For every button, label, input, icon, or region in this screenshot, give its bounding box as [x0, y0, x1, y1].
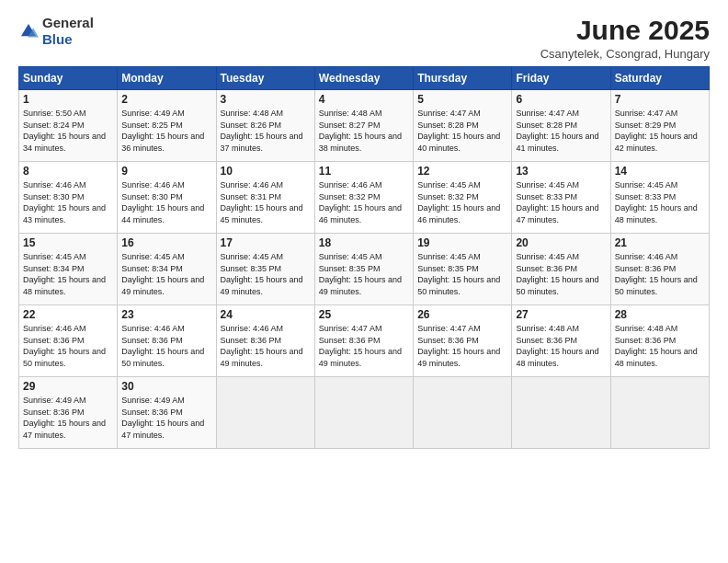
day-info: Sunrise: 4:45 AMSunset: 8:34 PMDaylight:… [121, 251, 211, 297]
day-number: 6 [516, 93, 606, 106]
day-number: 4 [319, 93, 409, 106]
calendar-cell: 11Sunrise: 4:46 AMSunset: 8:32 PMDayligh… [314, 162, 413, 234]
day-number: 8 [23, 165, 113, 178]
logo: General Blue [18, 15, 94, 48]
calendar-cell [314, 377, 413, 449]
logo-blue: Blue [42, 31, 73, 47]
calendar-cell: 30Sunrise: 4:49 AMSunset: 8:36 PMDayligh… [118, 377, 216, 449]
day-number: 25 [319, 308, 409, 321]
day-number: 19 [417, 236, 507, 249]
calendar-header: SundayMondayTuesdayWednesdayThursdayFrid… [19, 67, 710, 90]
calendar-cell: 28Sunrise: 4:48 AMSunset: 8:36 PMDayligh… [610, 305, 709, 377]
day-number: 30 [121, 380, 211, 393]
calendar-cell: 3Sunrise: 4:48 AMSunset: 8:26 PMDaylight… [216, 90, 314, 162]
day-info: Sunrise: 4:45 AMSunset: 8:33 PMDaylight:… [516, 179, 606, 225]
day-number: 2 [121, 93, 211, 106]
day-number: 13 [516, 165, 606, 178]
header-monday: Monday [118, 67, 216, 90]
calendar-cell: 9Sunrise: 4:46 AMSunset: 8:30 PMDaylight… [118, 162, 216, 234]
day-info: Sunrise: 4:46 AMSunset: 8:31 PMDaylight:… [221, 179, 311, 225]
day-info: Sunrise: 4:45 AMSunset: 8:33 PMDaylight:… [615, 179, 705, 225]
header-sunday: Sunday [19, 67, 118, 90]
day-number: 7 [615, 93, 705, 106]
day-number: 10 [221, 165, 311, 178]
day-number: 15 [23, 236, 113, 249]
calendar-cell: 8Sunrise: 4:46 AMSunset: 8:30 PMDaylight… [19, 162, 118, 234]
day-number: 29 [23, 380, 113, 393]
calendar-cell [610, 377, 709, 449]
calendar-cell: 26Sunrise: 4:47 AMSunset: 8:36 PMDayligh… [414, 305, 512, 377]
day-info: Sunrise: 4:45 AMSunset: 8:35 PMDaylight:… [417, 251, 507, 297]
calendar-cell: 19Sunrise: 4:45 AMSunset: 8:35 PMDayligh… [414, 234, 512, 305]
header-wednesday: Wednesday [314, 67, 413, 90]
calendar-cell: 17Sunrise: 4:45 AMSunset: 8:35 PMDayligh… [216, 234, 314, 305]
day-info: Sunrise: 4:47 AMSunset: 8:29 PMDaylight:… [615, 108, 705, 154]
calendar-cell: 1Sunrise: 5:50 AMSunset: 8:24 PMDaylight… [19, 90, 118, 162]
day-number: 18 [319, 236, 409, 249]
logo-general: General [42, 15, 94, 30]
day-number: 26 [417, 308, 507, 321]
calendar-cell: 20Sunrise: 4:45 AMSunset: 8:36 PMDayligh… [512, 234, 610, 305]
header-tuesday: Tuesday [216, 67, 314, 90]
header-row: General Blue June 2025 Csanytelek, Csong… [18, 15, 710, 61]
day-number: 21 [615, 236, 705, 249]
week-row-3: 22Sunrise: 4:46 AMSunset: 8:36 PMDayligh… [19, 305, 710, 377]
subtitle: Csanytelek, Csongrad, Hungary [540, 47, 710, 61]
day-number: 5 [417, 93, 507, 106]
day-number: 20 [516, 236, 606, 249]
day-info: Sunrise: 4:49 AMSunset: 8:36 PMDaylight:… [23, 395, 113, 441]
calendar-cell: 5Sunrise: 4:47 AMSunset: 8:28 PMDaylight… [414, 90, 512, 162]
day-info: Sunrise: 4:45 AMSunset: 8:36 PMDaylight:… [516, 251, 606, 297]
calendar-body: 1Sunrise: 5:50 AMSunset: 8:24 PMDaylight… [19, 90, 710, 449]
day-info: Sunrise: 4:46 AMSunset: 8:30 PMDaylight:… [23, 179, 113, 225]
day-info: Sunrise: 4:48 AMSunset: 8:36 PMDaylight:… [615, 323, 705, 369]
week-row-2: 15Sunrise: 4:45 AMSunset: 8:34 PMDayligh… [19, 234, 710, 305]
day-number: 3 [221, 93, 311, 106]
day-info: Sunrise: 4:47 AMSunset: 8:36 PMDaylight:… [319, 323, 409, 369]
calendar-cell: 29Sunrise: 4:49 AMSunset: 8:36 PMDayligh… [19, 377, 118, 449]
header-row-days: SundayMondayTuesdayWednesdayThursdayFrid… [19, 67, 710, 90]
main-title: June 2025 [540, 15, 710, 45]
calendar-cell: 22Sunrise: 4:46 AMSunset: 8:36 PMDayligh… [19, 305, 118, 377]
calendar-cell: 16Sunrise: 4:45 AMSunset: 8:34 PMDayligh… [118, 234, 216, 305]
day-info: Sunrise: 4:47 AMSunset: 8:28 PMDaylight:… [417, 108, 507, 154]
calendar-cell: 4Sunrise: 4:48 AMSunset: 8:27 PMDaylight… [314, 90, 413, 162]
day-number: 24 [221, 308, 311, 321]
day-number: 12 [417, 165, 507, 178]
calendar-cell: 23Sunrise: 4:46 AMSunset: 8:36 PMDayligh… [118, 305, 216, 377]
calendar-cell: 18Sunrise: 4:45 AMSunset: 8:35 PMDayligh… [314, 234, 413, 305]
calendar-cell: 25Sunrise: 4:47 AMSunset: 8:36 PMDayligh… [314, 305, 413, 377]
logo-text: General Blue [42, 15, 94, 48]
week-row-0: 1Sunrise: 5:50 AMSunset: 8:24 PMDaylight… [19, 90, 710, 162]
header-friday: Friday [512, 67, 610, 90]
calendar-cell: 13Sunrise: 4:45 AMSunset: 8:33 PMDayligh… [512, 162, 610, 234]
day-info: Sunrise: 4:47 AMSunset: 8:36 PMDaylight:… [417, 323, 507, 369]
day-info: Sunrise: 4:45 AMSunset: 8:32 PMDaylight:… [417, 179, 507, 225]
calendar-cell: 21Sunrise: 4:46 AMSunset: 8:36 PMDayligh… [610, 234, 709, 305]
calendar-cell [414, 377, 512, 449]
day-number: 1 [23, 93, 113, 106]
calendar-cell: 24Sunrise: 4:46 AMSunset: 8:36 PMDayligh… [216, 305, 314, 377]
day-info: Sunrise: 4:46 AMSunset: 8:36 PMDaylight:… [221, 323, 311, 369]
day-info: Sunrise: 4:49 AMSunset: 8:36 PMDaylight:… [121, 395, 211, 441]
day-info: Sunrise: 4:47 AMSunset: 8:28 PMDaylight:… [516, 108, 606, 154]
day-info: Sunrise: 4:49 AMSunset: 8:25 PMDaylight:… [121, 108, 211, 154]
day-number: 11 [319, 165, 409, 178]
calendar-cell: 15Sunrise: 4:45 AMSunset: 8:34 PMDayligh… [19, 234, 118, 305]
day-info: Sunrise: 4:45 AMSunset: 8:35 PMDaylight:… [221, 251, 311, 297]
day-info: Sunrise: 4:48 AMSunset: 8:27 PMDaylight:… [319, 108, 409, 154]
day-info: Sunrise: 4:46 AMSunset: 8:30 PMDaylight:… [121, 179, 211, 225]
calendar-cell [216, 377, 314, 449]
calendar-cell [512, 377, 610, 449]
day-number: 16 [121, 236, 211, 249]
day-number: 17 [221, 236, 311, 249]
day-info: Sunrise: 4:48 AMSunset: 8:26 PMDaylight:… [221, 108, 311, 154]
day-info: Sunrise: 4:46 AMSunset: 8:36 PMDaylight:… [121, 323, 211, 369]
calendar-cell: 2Sunrise: 4:49 AMSunset: 8:25 PMDaylight… [118, 90, 216, 162]
calendar-cell: 7Sunrise: 4:47 AMSunset: 8:29 PMDaylight… [610, 90, 709, 162]
day-info: Sunrise: 4:48 AMSunset: 8:36 PMDaylight:… [516, 323, 606, 369]
calendar-cell: 12Sunrise: 4:45 AMSunset: 8:32 PMDayligh… [414, 162, 512, 234]
day-info: Sunrise: 4:45 AMSunset: 8:35 PMDaylight:… [319, 251, 409, 297]
day-number: 14 [615, 165, 705, 178]
title-area: June 2025 Csanytelek, Csongrad, Hungary [540, 15, 710, 61]
